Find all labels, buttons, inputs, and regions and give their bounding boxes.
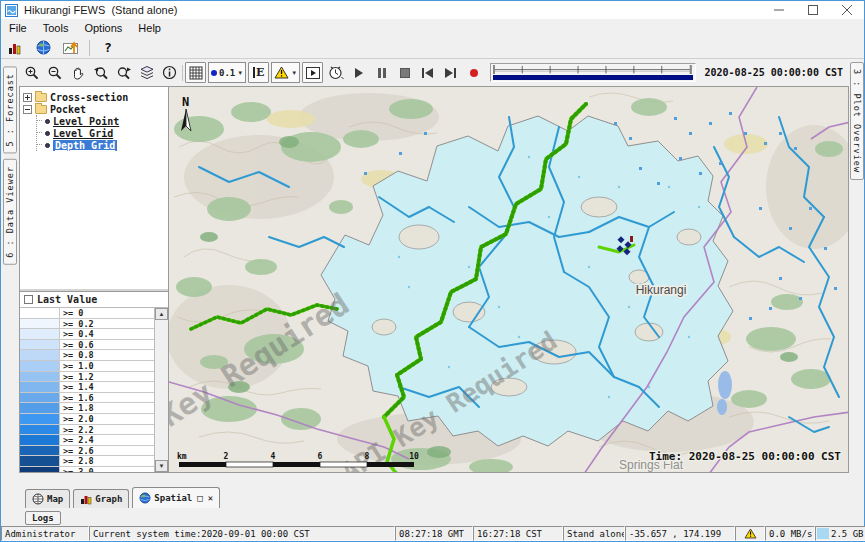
legend-row[interactable]: >= 0.6 [20,340,154,351]
status-warning-cell[interactable] [735,526,765,541]
time-slider-track [493,65,692,74]
info-icon[interactable] [159,62,180,83]
app-window: Hikurangi FEWS (Stand alone) File Tools … [0,0,865,542]
status-mode: Stand alone [563,526,625,541]
minimize-icon[interactable] [762,1,796,19]
close-icon[interactable] [830,1,864,19]
skip-to-start-icon[interactable] [417,62,438,83]
chevron-down-icon: ▼ [291,70,297,76]
play-icon[interactable] [348,62,369,83]
legend-row[interactable]: >= 1.0 [20,361,154,372]
tab-plot-overview[interactable]: 3 : Plot Overview [850,62,864,180]
layers-icon[interactable] [136,62,157,83]
collapse-minus-icon[interactable] [23,105,32,114]
status-memory: 2.5 GB [815,526,865,541]
tree-item-depth-grid[interactable]: Depth Grid [37,139,166,151]
legend-row[interactable]: >= 0 [20,308,154,319]
tree-item-level-point[interactable]: Level Point [37,115,166,127]
folder-icon [35,93,47,102]
grid-display-icon[interactable] [185,62,206,83]
maximize-panel-icon[interactable]: □ [197,494,202,503]
legend-label: >= 1.8 [60,403,154,413]
tree-item-level-grid[interactable]: Level Grid [37,127,166,139]
dock-tab-bar: Map Graph Spatial □ ✕ [19,486,849,508]
legend-row[interactable]: >= 2.4 [20,435,154,446]
menu-options[interactable]: Options [76,19,130,37]
legend-label: >= 2.6 [60,446,154,456]
legend-label: >= 1.0 [60,361,154,371]
menu-help[interactable]: Help [130,19,169,37]
toolbar-separator [89,40,90,56]
tree-item-pocket[interactable]: Pocket [23,103,166,115]
toolbar-separator [182,65,183,81]
legend-label: >= 1.2 [60,372,154,382]
zoom-next-icon[interactable] [113,62,134,83]
tab-spatial[interactable]: Spatial □ ✕ [132,487,220,508]
expand-plus-icon[interactable] [23,93,32,102]
time-slider[interactable] [490,63,695,82]
animation-timer-icon[interactable] [325,62,346,83]
map-display-globe-icon[interactable] [33,39,53,57]
zoom-in-icon[interactable] [21,62,42,83]
zoom-previous-icon[interactable] [90,62,111,83]
legend-color-swatch [20,319,60,329]
pan-hand-icon[interactable] [67,62,88,83]
scroll-up-icon[interactable]: ▲ [155,308,168,320]
tab-data-viewer[interactable]: 6 : Data Viewer [3,159,17,265]
tree-label-selected: Depth Grid [53,140,117,151]
database-bars-icon[interactable] [5,39,25,57]
legend-row[interactable]: >= 0.8 [20,350,154,361]
node-bullet-icon [45,119,50,124]
warning-levels-dropdown[interactable]: ▼ [271,62,300,83]
contour-threshold-dropdown[interactable]: 0.1 ▼ [208,62,246,83]
skip-to-end-icon[interactable] [440,62,461,83]
main-toolbar: ? [1,37,864,59]
animation-panel-icon[interactable] [302,62,323,83]
legend-label: >= 0 [60,308,154,318]
map-canvas[interactable]: API Key Required API Key Required N Hiku… [169,86,849,473]
zoom-out-icon[interactable] [44,62,65,83]
close-panel-icon[interactable]: ✕ [208,494,213,503]
legend-label: >= 1.4 [60,382,154,392]
help-button[interactable]: ? [98,39,118,57]
legend-row[interactable]: >= 2.8 [20,456,154,467]
tree-item-cross-section[interactable]: Cross-section [23,91,166,103]
legend-row[interactable]: >= 1.2 [20,372,154,383]
legend-label: >= 2.0 [60,414,154,424]
node-bullet-icon [45,143,50,148]
record-icon[interactable] [463,62,484,83]
tab-map[interactable]: Map [25,489,70,508]
legend-scrollbar[interactable]: ▲ ▼ [155,308,168,472]
legend-row[interactable]: >= 2.0 [20,414,154,425]
svg-text:8: 8 [365,452,370,461]
folder-icon [35,105,47,114]
legend-label: >= 3.0 [60,467,154,472]
tree-label: Pocket [50,104,86,115]
legend-row[interactable]: >= 1.8 [20,403,154,414]
maximize-icon[interactable] [796,1,830,19]
last-value-checkbox[interactable] [24,295,33,304]
legend-row[interactable]: >= 2.6 [20,446,154,457]
menu-file[interactable]: File [1,19,35,37]
pause-icon[interactable] [371,62,392,83]
legend-row[interactable]: >= 3.0 [20,467,154,472]
timeseries-chart-icon[interactable] [61,39,81,57]
legend-row[interactable]: >= 1.6 [20,393,154,404]
logs-button[interactable]: Logs [25,511,61,525]
scroll-down-icon[interactable]: ▼ [155,460,168,472]
menu-tools[interactable]: Tools [35,19,77,37]
tree-label: Level Grid [53,128,113,139]
node-bullet-icon [45,131,50,136]
legend-row[interactable]: >= 1.4 [20,382,154,393]
status-system-time: Current system time:2020-09-01 00:00 CST [89,526,395,541]
tab-forecast[interactable]: 5 : Forecast [3,66,17,153]
tab-graph[interactable]: Graph [73,489,129,508]
chevron-down-icon: ▼ [237,70,243,76]
legend-toggle-icon[interactable]: E [248,62,269,83]
legend-row[interactable]: >= 2.2 [20,425,154,436]
legend-row[interactable]: >= 0.4 [20,329,154,340]
stop-icon[interactable] [394,62,415,83]
time-span-bar[interactable] [493,75,692,80]
svg-text:4: 4 [271,452,276,461]
legend-row[interactable]: >= 0.2 [20,319,154,330]
